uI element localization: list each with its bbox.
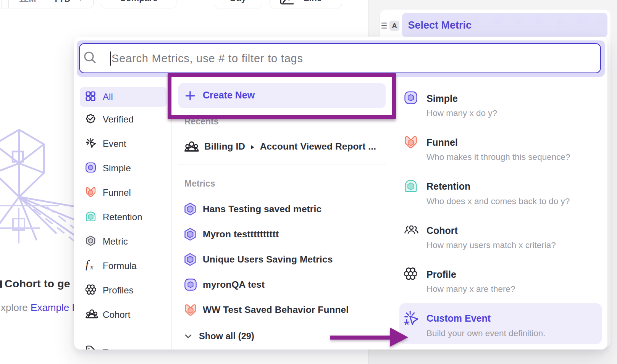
svg-text:x: x: [90, 263, 94, 271]
svg-text:f: f: [86, 260, 90, 271]
